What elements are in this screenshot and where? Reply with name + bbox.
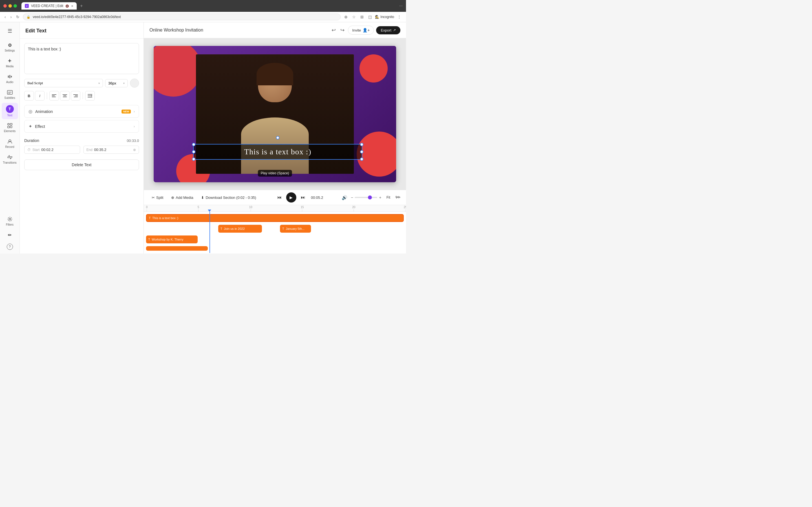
timeline-tracks: T This is a text box :) T January 5th...…	[144, 212, 406, 253]
ruler-mark-10: 10	[249, 206, 252, 212]
text-icon-2: T	[282, 227, 284, 230]
export-arrow-icon: ↗	[393, 28, 396, 32]
sidebar-item-label: Media	[6, 65, 13, 68]
timeline-track-join[interactable]: T Join us in 2022	[218, 225, 262, 233]
clock-icon: ⏱	[28, 148, 31, 152]
timeline-track-main[interactable]: T This is a text box :)	[146, 214, 404, 222]
duration-value: 00:33.0	[127, 138, 139, 143]
settings-icon: ⚙	[7, 42, 13, 48]
volume-button[interactable]: 🔊	[342, 195, 347, 200]
text-input-field[interactable]: This is a text box :)	[28, 47, 135, 69]
rotate-handle[interactable]	[276, 136, 280, 139]
text-track-label: This is a text box :)	[152, 216, 178, 220]
minimize-dot[interactable]	[8, 4, 12, 8]
sidebar-item-transitions[interactable]: Transitions	[2, 152, 18, 166]
new-tab-button[interactable]: +	[80, 3, 83, 8]
plus-circle-icon: ⊕	[133, 148, 136, 152]
timeline-playhead[interactable]	[209, 212, 210, 253]
delete-text-button[interactable]: Delete Text	[24, 159, 139, 170]
zoom-out-button[interactable]: −	[351, 195, 353, 200]
bottom-right-handle[interactable]	[360, 158, 363, 161]
sidebar-item-media[interactable]: + Media	[2, 55, 18, 70]
more-button[interactable]: ⋮	[396, 14, 403, 20]
animation-header[interactable]: ◎ Animation NEW ›	[24, 105, 139, 117]
sidebar-item-filters[interactable]: Filters	[2, 214, 18, 228]
timeline-track-workshop[interactable]: T Workshop by K. Therry	[146, 235, 198, 243]
zoom-slider[interactable]	[355, 197, 377, 198]
extensions-button[interactable]: ⊕	[343, 14, 349, 20]
media-icon: +	[7, 58, 13, 64]
align-center-button[interactable]	[60, 91, 70, 101]
timeline-track-bottom[interactable]	[146, 246, 208, 251]
browser-tab[interactable]: V VEED CREATE | Edit 🔇 ✕	[21, 2, 77, 10]
back-button[interactable]: ‹	[3, 13, 7, 20]
transitions-icon	[7, 154, 13, 160]
bottom-left-handle[interactable]	[192, 158, 195, 161]
font-family-selector[interactable]: Bad Script ▾	[24, 79, 103, 87]
middle-right-handle[interactable]	[360, 150, 363, 154]
help-icon: ?	[7, 244, 13, 250]
sidebar-item-elements[interactable]: Elements	[2, 120, 18, 135]
effect-header[interactable]: ✦ Effect ›	[24, 120, 139, 132]
forward-button[interactable]: ›	[9, 13, 13, 20]
sidebar-item-audio[interactable]: Audio	[2, 71, 18, 86]
top-left-handle[interactable]	[192, 143, 195, 146]
download-section-button[interactable]: ⬇ Download Section (0:02 - 0:35)	[199, 194, 258, 201]
effect-section[interactable]: ✦ Effect ›	[24, 120, 139, 133]
start-time-field[interactable]: ⏱ Start 00:02.2	[24, 146, 80, 154]
font-size-selector[interactable]: 36px ▾	[105, 79, 128, 87]
invite-button[interactable]: Invite 👤+	[348, 25, 374, 35]
close-dot[interactable]	[3, 4, 7, 8]
tab-search-button[interactable]: ⊞	[359, 14, 365, 20]
color-picker-swatch[interactable]	[130, 78, 139, 88]
end-time-field[interactable]: End 00:35.2 ⊕	[84, 146, 139, 154]
animation-section[interactable]: ◎ Animation NEW ›	[24, 105, 139, 118]
play-button[interactable]: ▶	[286, 192, 296, 203]
sidebar-item-settings[interactable]: ⚙ Settings	[2, 40, 18, 54]
hamburger-menu[interactable]: ☰	[5, 25, 14, 36]
align-right-button[interactable]	[71, 91, 80, 101]
tab-mute-icon[interactable]: 🔇	[65, 4, 69, 8]
fit-button[interactable]: Fit	[385, 194, 392, 200]
timeline-track-january[interactable]: T January 5th...	[280, 225, 311, 233]
sidebar-item-record[interactable]: Record	[2, 136, 18, 151]
canvas-area: This is a text box :) Play video (Space)	[144, 38, 406, 190]
sidebar-item-text[interactable]: T Text	[2, 103, 18, 119]
top-right-handle[interactable]	[360, 143, 363, 146]
redo-button[interactable]: ↪	[339, 26, 346, 34]
export-button[interactable]: Export ↗	[376, 26, 400, 34]
zoom-in-button[interactable]: +	[379, 195, 381, 200]
italic-button[interactable]: I	[35, 91, 45, 101]
rewind-button[interactable]: ⏮	[276, 194, 283, 201]
end-label: End	[87, 148, 93, 152]
add-media-button[interactable]: ⊕ Add Media	[169, 194, 195, 201]
middle-left-handle[interactable]	[192, 150, 195, 154]
circle-top-right	[359, 54, 388, 82]
ruler-label: 5	[198, 206, 199, 209]
bold-button[interactable]: B	[24, 91, 34, 101]
tab-close-button[interactable]: ✕	[71, 4, 73, 8]
fast-forward-button[interactable]: ⏭	[300, 194, 306, 201]
waveform-button[interactable]	[395, 195, 400, 200]
split-button[interactable]: ✂ Split	[149, 194, 165, 201]
video-canvas[interactable]: This is a text box :) Play video (Space)	[154, 46, 396, 182]
sidebar-item-subtitles[interactable]: Subtitles	[2, 87, 18, 102]
zoom-controls: − +	[351, 195, 381, 200]
text-overlay-container[interactable]: This is a text box :)	[193, 144, 362, 160]
ruler-mark-25: 25	[404, 206, 406, 212]
panel-header: Edit Text	[20, 22, 144, 39]
line-height-button[interactable]	[85, 91, 95, 101]
sidebar-item-help[interactable]: ?	[2, 241, 18, 252]
align-left-button[interactable]	[49, 91, 59, 101]
sidebar-item-edit[interactable]: ✏	[2, 230, 18, 240]
maximize-dot[interactable]	[13, 4, 17, 8]
bookmark-button[interactable]: ☆	[351, 14, 357, 20]
undo-button[interactable]: ↩	[331, 26, 337, 34]
refresh-button[interactable]: ↻	[15, 13, 20, 20]
incognito-button[interactable]: 🕵 Incognito	[375, 15, 394, 19]
animation-label: Animation	[35, 109, 119, 114]
text-input-area[interactable]: This is a text box :)	[24, 43, 139, 74]
collapse-icon[interactable]: ⋯	[399, 4, 403, 8]
address-bar[interactable]: 🔒 veed.io/edit/0e4e2277-6f45-45c3-9294-7…	[23, 13, 341, 20]
sidebar-toggle-button[interactable]: ◫	[367, 14, 373, 20]
